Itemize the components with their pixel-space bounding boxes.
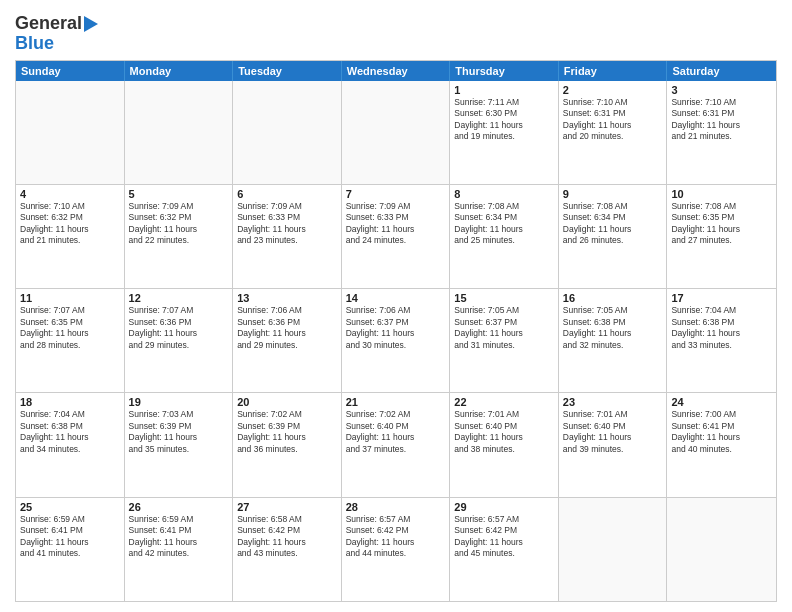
day-header-thursday: Thursday — [450, 61, 559, 81]
calendar-cell: 6Sunrise: 7:09 AM Sunset: 6:33 PM Daylig… — [233, 185, 342, 288]
calendar-cell: 20Sunrise: 7:02 AM Sunset: 6:39 PM Dayli… — [233, 393, 342, 496]
day-number: 8 — [454, 188, 554, 200]
page: General Blue SundayMondayTuesdayWednesda… — [0, 0, 792, 612]
day-number: 13 — [237, 292, 337, 304]
day-number: 1 — [454, 84, 554, 96]
day-info: Sunrise: 7:04 AM Sunset: 6:38 PM Dayligh… — [671, 305, 772, 351]
day-info: Sunrise: 7:09 AM Sunset: 6:33 PM Dayligh… — [237, 201, 337, 247]
day-info: Sunrise: 7:09 AM Sunset: 6:32 PM Dayligh… — [129, 201, 229, 247]
day-info: Sunrise: 7:07 AM Sunset: 6:35 PM Dayligh… — [20, 305, 120, 351]
day-info: Sunrise: 7:10 AM Sunset: 6:31 PM Dayligh… — [563, 97, 663, 143]
calendar-cell: 23Sunrise: 7:01 AM Sunset: 6:40 PM Dayli… — [559, 393, 668, 496]
calendar-cell: 18Sunrise: 7:04 AM Sunset: 6:38 PM Dayli… — [16, 393, 125, 496]
day-number: 15 — [454, 292, 554, 304]
day-info: Sunrise: 7:02 AM Sunset: 6:40 PM Dayligh… — [346, 409, 446, 455]
calendar-cell: 5Sunrise: 7:09 AM Sunset: 6:32 PM Daylig… — [125, 185, 234, 288]
calendar-cell: 14Sunrise: 7:06 AM Sunset: 6:37 PM Dayli… — [342, 289, 451, 392]
day-info: Sunrise: 7:02 AM Sunset: 6:39 PM Dayligh… — [237, 409, 337, 455]
day-number: 18 — [20, 396, 120, 408]
day-number: 5 — [129, 188, 229, 200]
logo-text-general: General — [15, 14, 98, 34]
calendar-cell: 3Sunrise: 7:10 AM Sunset: 6:31 PM Daylig… — [667, 81, 776, 184]
day-number: 23 — [563, 396, 663, 408]
calendar-cell: 13Sunrise: 7:06 AM Sunset: 6:36 PM Dayli… — [233, 289, 342, 392]
day-info: Sunrise: 7:04 AM Sunset: 6:38 PM Dayligh… — [20, 409, 120, 455]
calendar-cell: 29Sunrise: 6:57 AM Sunset: 6:42 PM Dayli… — [450, 498, 559, 601]
day-number: 22 — [454, 396, 554, 408]
day-number: 4 — [20, 188, 120, 200]
day-number: 2 — [563, 84, 663, 96]
day-info: Sunrise: 6:59 AM Sunset: 6:41 PM Dayligh… — [129, 514, 229, 560]
calendar-cell: 8Sunrise: 7:08 AM Sunset: 6:34 PM Daylig… — [450, 185, 559, 288]
calendar-week-4: 25Sunrise: 6:59 AM Sunset: 6:41 PM Dayli… — [16, 498, 776, 601]
calendar-cell — [125, 81, 234, 184]
day-info: Sunrise: 6:57 AM Sunset: 6:42 PM Dayligh… — [346, 514, 446, 560]
day-number: 9 — [563, 188, 663, 200]
calendar-cell: 1Sunrise: 7:11 AM Sunset: 6:30 PM Daylig… — [450, 81, 559, 184]
calendar-cell: 16Sunrise: 7:05 AM Sunset: 6:38 PM Dayli… — [559, 289, 668, 392]
day-header-monday: Monday — [125, 61, 234, 81]
calendar-cell: 22Sunrise: 7:01 AM Sunset: 6:40 PM Dayli… — [450, 393, 559, 496]
day-number: 10 — [671, 188, 772, 200]
calendar-week-0: 1Sunrise: 7:11 AM Sunset: 6:30 PM Daylig… — [16, 81, 776, 185]
calendar-cell: 4Sunrise: 7:10 AM Sunset: 6:32 PM Daylig… — [16, 185, 125, 288]
day-info: Sunrise: 7:06 AM Sunset: 6:37 PM Dayligh… — [346, 305, 446, 351]
day-info: Sunrise: 7:07 AM Sunset: 6:36 PM Dayligh… — [129, 305, 229, 351]
day-number: 19 — [129, 396, 229, 408]
calendar-cell — [16, 81, 125, 184]
calendar-cell: 17Sunrise: 7:04 AM Sunset: 6:38 PM Dayli… — [667, 289, 776, 392]
calendar: SundayMondayTuesdayWednesdayThursdayFrid… — [15, 60, 777, 602]
day-header-sunday: Sunday — [16, 61, 125, 81]
day-info: Sunrise: 7:00 AM Sunset: 6:41 PM Dayligh… — [671, 409, 772, 455]
day-info: Sunrise: 7:03 AM Sunset: 6:39 PM Dayligh… — [129, 409, 229, 455]
day-info: Sunrise: 7:11 AM Sunset: 6:30 PM Dayligh… — [454, 97, 554, 143]
day-info: Sunrise: 7:05 AM Sunset: 6:37 PM Dayligh… — [454, 305, 554, 351]
day-number: 12 — [129, 292, 229, 304]
calendar-cell: 12Sunrise: 7:07 AM Sunset: 6:36 PM Dayli… — [125, 289, 234, 392]
calendar-header: SundayMondayTuesdayWednesdayThursdayFrid… — [16, 61, 776, 81]
day-number: 16 — [563, 292, 663, 304]
calendar-week-3: 18Sunrise: 7:04 AM Sunset: 6:38 PM Dayli… — [16, 393, 776, 497]
logo: General Blue — [15, 14, 98, 54]
day-info: Sunrise: 7:01 AM Sunset: 6:40 PM Dayligh… — [454, 409, 554, 455]
day-info: Sunrise: 7:08 AM Sunset: 6:34 PM Dayligh… — [563, 201, 663, 247]
day-info: Sunrise: 7:10 AM Sunset: 6:31 PM Dayligh… — [671, 97, 772, 143]
calendar-cell — [559, 498, 668, 601]
calendar-cell: 24Sunrise: 7:00 AM Sunset: 6:41 PM Dayli… — [667, 393, 776, 496]
calendar-cell: 11Sunrise: 7:07 AM Sunset: 6:35 PM Dayli… — [16, 289, 125, 392]
calendar-cell: 19Sunrise: 7:03 AM Sunset: 6:39 PM Dayli… — [125, 393, 234, 496]
day-info: Sunrise: 7:09 AM Sunset: 6:33 PM Dayligh… — [346, 201, 446, 247]
day-info: Sunrise: 7:01 AM Sunset: 6:40 PM Dayligh… — [563, 409, 663, 455]
header: General Blue — [15, 10, 777, 54]
day-info: Sunrise: 7:10 AM Sunset: 6:32 PM Dayligh… — [20, 201, 120, 247]
day-number: 29 — [454, 501, 554, 513]
day-number: 28 — [346, 501, 446, 513]
day-info: Sunrise: 6:58 AM Sunset: 6:42 PM Dayligh… — [237, 514, 337, 560]
day-info: Sunrise: 7:08 AM Sunset: 6:35 PM Dayligh… — [671, 201, 772, 247]
day-info: Sunrise: 7:08 AM Sunset: 6:34 PM Dayligh… — [454, 201, 554, 247]
calendar-cell — [233, 81, 342, 184]
calendar-cell: 9Sunrise: 7:08 AM Sunset: 6:34 PM Daylig… — [559, 185, 668, 288]
calendar-cell: 28Sunrise: 6:57 AM Sunset: 6:42 PM Dayli… — [342, 498, 451, 601]
day-number: 24 — [671, 396, 772, 408]
calendar-week-1: 4Sunrise: 7:10 AM Sunset: 6:32 PM Daylig… — [16, 185, 776, 289]
calendar-cell: 21Sunrise: 7:02 AM Sunset: 6:40 PM Dayli… — [342, 393, 451, 496]
calendar-cell: 7Sunrise: 7:09 AM Sunset: 6:33 PM Daylig… — [342, 185, 451, 288]
day-number: 14 — [346, 292, 446, 304]
calendar-cell — [667, 498, 776, 601]
day-number: 20 — [237, 396, 337, 408]
day-number: 7 — [346, 188, 446, 200]
calendar-cell: 2Sunrise: 7:10 AM Sunset: 6:31 PM Daylig… — [559, 81, 668, 184]
day-header-saturday: Saturday — [667, 61, 776, 81]
day-info: Sunrise: 7:06 AM Sunset: 6:36 PM Dayligh… — [237, 305, 337, 351]
day-info: Sunrise: 7:05 AM Sunset: 6:38 PM Dayligh… — [563, 305, 663, 351]
day-number: 27 — [237, 501, 337, 513]
calendar-cell: 27Sunrise: 6:58 AM Sunset: 6:42 PM Dayli… — [233, 498, 342, 601]
day-number: 17 — [671, 292, 772, 304]
calendar-cell: 10Sunrise: 7:08 AM Sunset: 6:35 PM Dayli… — [667, 185, 776, 288]
logo-arrow-icon — [84, 16, 98, 32]
day-number: 6 — [237, 188, 337, 200]
calendar-cell: 25Sunrise: 6:59 AM Sunset: 6:41 PM Dayli… — [16, 498, 125, 601]
day-info: Sunrise: 6:59 AM Sunset: 6:41 PM Dayligh… — [20, 514, 120, 560]
day-number: 26 — [129, 501, 229, 513]
